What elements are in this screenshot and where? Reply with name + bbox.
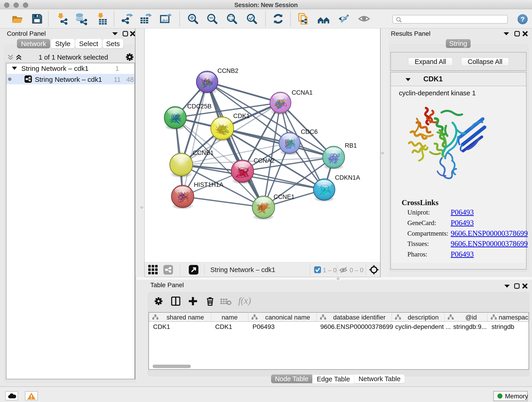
svg-text:?: ?	[520, 15, 525, 23]
svg-text:CCNA2: CCNA2	[254, 157, 275, 164]
svg-text:CDKN1A: CDKN1A	[335, 174, 360, 181]
svg-text:CDC25B: CDC25B	[187, 103, 212, 110]
svg-text:CDK1: CDK1	[233, 113, 250, 119]
svg-text:CCNE1: CCNE1	[273, 193, 295, 200]
svg-text:RB1: RB1	[345, 142, 357, 149]
svg-text:CDC6: CDC6	[301, 128, 318, 135]
svg-text:CCNB1: CCNB1	[193, 149, 214, 156]
svg-text:CCNA1: CCNA1	[292, 89, 313, 96]
svg-text:CCNB2: CCNB2	[217, 67, 239, 74]
svg-text:HIST1H1A: HIST1H1A	[194, 181, 223, 188]
